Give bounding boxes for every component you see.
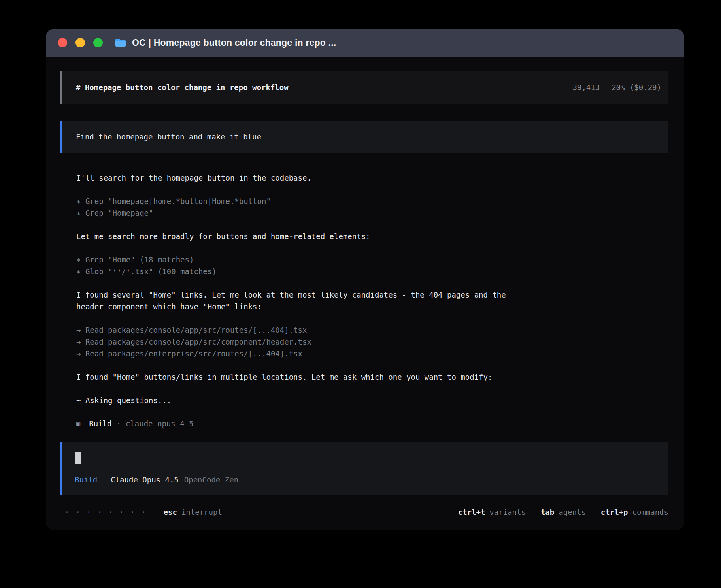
agents-hint: tab agents <box>541 506 586 518</box>
assistant-text: I found "Home" buttons/links in multiple… <box>76 371 531 383</box>
assistant-transcript: I'll search for the homepage button in t… <box>76 172 668 430</box>
agents-key: tab <box>541 506 554 518</box>
agent-mode-label[interactable]: Build <box>75 474 97 486</box>
agent-name: Build <box>89 418 111 430</box>
tool-call-grep: ∗ Grep "homepage|home.*button|Home.*butt… <box>76 195 668 207</box>
user-message-text: Find the homepage button and make it blu… <box>76 132 261 141</box>
close-button[interactable] <box>58 38 67 47</box>
agent-separator: · <box>116 418 121 430</box>
zoom-button[interactable] <box>93 38 103 47</box>
tool-call-read: → Read packages/console/app/src/routes/[… <box>76 324 668 336</box>
progress-dots: · · · · · · · · <box>65 506 147 518</box>
agents-label: agents <box>559 506 586 518</box>
tool-call-glob: ∗ Glob "**/*.tsx" (100 matches) <box>76 266 668 277</box>
input-modeline: Build Claude Opus 4.5 OpenCode Zen <box>75 474 657 486</box>
user-message: Find the homepage button and make it blu… <box>60 121 668 153</box>
model-provider: OpenCode Zen <box>184 474 238 486</box>
prompt-input[interactable]: Build Claude Opus 4.5 OpenCode Zen <box>60 442 668 496</box>
minimize-button[interactable] <box>75 38 85 47</box>
esc-hint: esc interrupt <box>164 506 222 518</box>
model-name: Claude Opus 4.5 <box>111 474 179 486</box>
window-title: OC | Homepage button color change in rep… <box>132 38 336 48</box>
commands-key: ctrl+p <box>601 506 628 518</box>
token-count: 39,413 <box>573 81 600 93</box>
window-controls <box>58 38 103 47</box>
variants-label: variants <box>489 506 526 518</box>
commands-hint: ctrl+p commands <box>601 506 668 518</box>
assistant-text: I found several "Home" links. Let me loo… <box>76 289 531 313</box>
agent-icon: ▣ <box>76 418 80 430</box>
commands-label: commands <box>632 506 668 518</box>
tool-call-group: ∗ Grep "homepage|home.*button|Home.*butt… <box>76 195 668 219</box>
session-stats: 39,413 20% ($0.29) <box>573 81 661 93</box>
variants-key: ctrl+t <box>458 506 485 518</box>
folder-icon <box>115 38 126 47</box>
assistant-status-text: ~ Asking questions... <box>76 394 531 406</box>
read-call-group: → Read packages/console/app/src/routes/[… <box>76 324 668 360</box>
status-bar: · · · · · · · · esc interrupt ctrl+t var… <box>60 506 668 518</box>
variants-hint: ctrl+t variants <box>458 506 526 518</box>
agent-model: claude-opus-4-5 <box>126 418 194 430</box>
terminal-window: OC | Homepage button color change in rep… <box>46 29 684 530</box>
session-header: # Homepage button color change in repo w… <box>60 71 668 104</box>
assistant-text: Let me search more broadly for buttons a… <box>76 230 531 242</box>
agent-status-row: ▣ Build · claude-opus-4-5 <box>76 418 668 430</box>
terminal-content: # Homepage button color change in repo w… <box>46 57 684 530</box>
session-title: # Homepage button color change in repo w… <box>76 81 289 93</box>
tool-call-read: → Read packages/console/app/src/componen… <box>76 336 668 348</box>
tool-call-read: → Read packages/enterprise/src/routes/[.… <box>76 348 668 360</box>
window-titlebar[interactable]: OC | Homepage button color change in rep… <box>46 29 684 57</box>
text-cursor <box>75 452 81 464</box>
context-cost: 20% ($0.29) <box>612 81 661 93</box>
shortcut-hints: ctrl+t variants tab agents ctrl+p comman… <box>458 506 668 518</box>
tool-call-group: ∗ Grep "Home" (18 matches) ∗ Glob "**/*.… <box>76 254 668 277</box>
tool-call-grep: ∗ Grep "Homepage" <box>76 207 668 219</box>
esc-key-label: interrupt <box>181 506 222 518</box>
assistant-text: I'll search for the homepage button in t… <box>76 172 531 184</box>
esc-key-hint: esc <box>164 506 177 518</box>
tool-call-grep: ∗ Grep "Home" (18 matches) <box>76 254 668 266</box>
